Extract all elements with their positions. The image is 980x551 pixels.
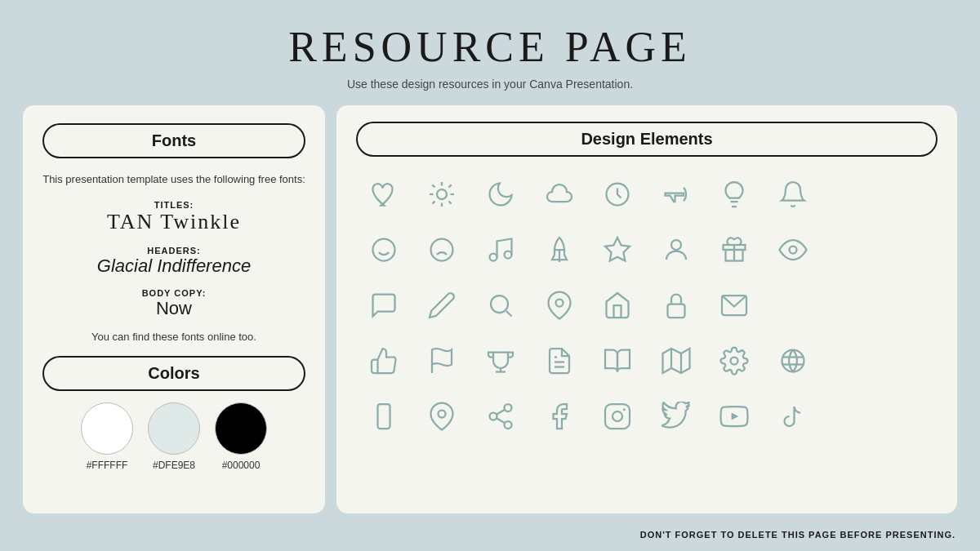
hex-mint: #DFE9E8 [153, 460, 195, 471]
headers-label: HEADERS: [42, 246, 305, 256]
facebook-icon [532, 392, 587, 441]
svg-point-20 [671, 240, 681, 250]
youtube-icon [707, 392, 763, 441]
mail-icon [707, 281, 763, 330]
svg-line-50 [497, 418, 505, 423]
svg-rect-52 [605, 404, 630, 429]
svg-point-27 [555, 300, 563, 307]
sad-icon [415, 225, 470, 274]
swatch-mint [148, 402, 200, 455]
pencil-icon [415, 281, 470, 330]
swatch-white [81, 402, 133, 455]
placeholder-r3c10 [882, 281, 938, 330]
star-icon [590, 225, 645, 274]
page-title: RESOURCE PAGE [0, 0, 980, 78]
placeholder-r1c10 [882, 170, 938, 219]
left-panel: Fonts This presentation template uses th… [23, 105, 325, 513]
footer-note: DON'T FORGET TO DELETE THIS PAGE BEFORE … [640, 530, 956, 540]
settings-icon [707, 336, 763, 385]
svg-line-5 [433, 184, 435, 187]
headers-entry: HEADERS: Glacial Indifference [42, 246, 305, 277]
body-font: Now [42, 298, 305, 319]
design-elements-header: Design Elements [356, 122, 938, 157]
placeholder-r5c10 [882, 392, 938, 441]
moon-icon [473, 170, 528, 219]
main-content: Fonts This presentation template uses th… [0, 105, 980, 513]
heart-icon [356, 170, 412, 219]
tiktok-icon [765, 392, 821, 441]
svg-point-16 [489, 254, 497, 261]
svg-point-48 [489, 413, 497, 420]
svg-point-10 [372, 239, 394, 261]
location-icon [415, 392, 470, 441]
right-panel: Design Elements [336, 105, 957, 513]
placeholder-r4c10 [882, 336, 938, 385]
svg-point-46 [439, 411, 446, 418]
instagram-icon [590, 392, 645, 441]
swatch-black [215, 402, 267, 455]
svg-point-25 [491, 295, 508, 313]
lock-icon [648, 281, 704, 330]
svg-line-6 [449, 201, 452, 203]
placeholder-r3c9 [824, 281, 880, 330]
trophy-icon [473, 336, 528, 385]
hex-black: #000000 [222, 460, 261, 471]
lightbulb-icon [707, 170, 763, 219]
share-icon [473, 392, 528, 441]
globe-icon [765, 336, 821, 385]
svg-point-41 [782, 350, 804, 372]
svg-point-47 [504, 404, 511, 411]
svg-point-40 [731, 358, 738, 365]
person-icon [648, 225, 704, 274]
svg-line-26 [506, 311, 512, 317]
fonts-header: Fonts [42, 123, 305, 158]
svg-point-24 [789, 247, 796, 254]
colors-section: Colors #FFFFFF #DFE9E8 #000000 [42, 356, 305, 471]
flag-icon [415, 336, 470, 385]
placeholder-r1c9 [824, 170, 880, 219]
clock-icon [590, 170, 645, 219]
sun-icon [415, 170, 470, 219]
document-icon [532, 336, 587, 385]
gift-icon [707, 225, 763, 274]
svg-line-51 [497, 410, 505, 415]
home-icon [590, 281, 645, 330]
titles-label: TITLES: [42, 200, 305, 210]
hex-white: #FFFFFF [87, 460, 128, 471]
chat-icon [356, 281, 412, 330]
fonts-description: This presentation template uses the foll… [42, 171, 305, 189]
book-icon [590, 336, 645, 385]
icons-grid [356, 170, 938, 441]
svg-rect-28 [667, 304, 684, 318]
thumbsup-icon [356, 336, 412, 385]
headers-font: Glacial Indifference [42, 256, 305, 277]
search-icon [473, 281, 528, 330]
svg-line-7 [433, 201, 435, 203]
svg-point-13 [431, 239, 453, 261]
page-subtitle: Use these design resources in your Canva… [0, 78, 980, 91]
placeholder-r2c10 [882, 225, 938, 274]
svg-marker-19 [605, 238, 630, 261]
pin-icon [532, 281, 587, 330]
music-icon [473, 225, 528, 274]
svg-point-54 [623, 408, 626, 411]
svg-point-0 [437, 189, 447, 199]
placeholder-r3c8 [765, 281, 821, 330]
color-white: #FFFFFF [81, 402, 133, 471]
placeholder-r5c9 [824, 392, 880, 441]
cloud-icon [532, 170, 587, 219]
colors-grid: #FFFFFF #DFE9E8 #000000 [42, 402, 305, 471]
svg-line-8 [449, 184, 452, 187]
smile-icon [356, 225, 412, 274]
svg-point-53 [612, 411, 622, 421]
colors-header: Colors [42, 356, 305, 391]
rocket-icon [532, 225, 587, 274]
titles-font: TAN Twinkle [42, 210, 305, 234]
find-online: You can find these fonts online too. [42, 331, 305, 343]
svg-marker-37 [662, 349, 689, 373]
eye-icon [765, 225, 821, 274]
color-black: #000000 [215, 402, 267, 471]
body-label: BODY COPY: [42, 288, 305, 298]
body-entry: BODY COPY: Now [42, 288, 305, 319]
twitter-icon [648, 392, 704, 441]
